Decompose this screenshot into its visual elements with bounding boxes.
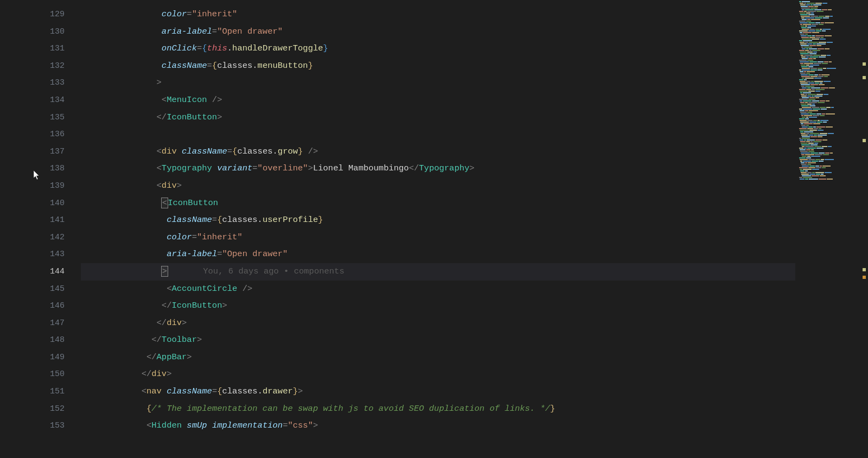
code-line[interactable]: </div> bbox=[81, 366, 795, 383]
line-number: 136 bbox=[41, 126, 71, 143]
code-line[interactable]: > You, 6 days ago • components bbox=[81, 263, 795, 281]
scroll-marker-warning bbox=[863, 276, 866, 279]
code-line[interactable]: {/* The implementation can be swap with … bbox=[81, 400, 795, 418]
code-line[interactable]: className={classes.userProfile} bbox=[81, 212, 795, 229]
code-line[interactable]: <MenuIcon /> bbox=[81, 92, 795, 109]
line-number: 129 bbox=[41, 6, 71, 23]
code-line[interactable]: </IconButton> bbox=[81, 109, 795, 126]
code-line[interactable]: > bbox=[81, 74, 795, 92]
line-number: 131 bbox=[41, 40, 71, 58]
code-editor[interactable]: 1291301311321331341351361371381391401411… bbox=[0, 0, 868, 458]
line-number: 151 bbox=[41, 383, 71, 400]
code-line[interactable]: color="inherit" bbox=[81, 229, 795, 246]
minimap[interactable] bbox=[795, 0, 860, 458]
code-line[interactable]: </div> bbox=[81, 315, 795, 332]
code-line[interactable]: <div> bbox=[81, 177, 795, 195]
line-number: 147 bbox=[41, 315, 71, 332]
scroll-marker bbox=[863, 268, 866, 271]
code-line[interactable]: className={classes.menuButton} bbox=[81, 58, 795, 75]
line-number: 137 bbox=[41, 143, 71, 161]
line-number: 145 bbox=[41, 281, 71, 298]
line-number: 149 bbox=[41, 349, 71, 366]
line-number: 141 bbox=[41, 212, 71, 229]
line-number: 138 bbox=[41, 160, 71, 177]
code-line[interactable]: </Toolbar> bbox=[81, 332, 795, 349]
code-line[interactable]: <IconButton bbox=[81, 195, 795, 212]
scroll-overview[interactable] bbox=[860, 0, 868, 458]
left-margin bbox=[0, 0, 41, 458]
line-number: 146 bbox=[41, 297, 71, 315]
line-number: 143 bbox=[41, 246, 71, 263]
code-line[interactable]: aria-label="Open drawer" bbox=[81, 246, 795, 263]
code-line[interactable]: </AppBar> bbox=[81, 349, 795, 366]
line-number: 132 bbox=[41, 58, 71, 75]
code-line[interactable]: </IconButton> bbox=[81, 297, 795, 315]
line-number: 153 bbox=[41, 417, 71, 435]
code-line[interactable]: <AccountCircle /> bbox=[81, 281, 795, 298]
scroll-marker bbox=[863, 76, 866, 79]
code-line[interactable]: <Typography variant="overline">Lionel Ma… bbox=[81, 160, 795, 177]
code-content-area[interactable]: color="inherit" aria-label="Open drawer"… bbox=[71, 0, 795, 458]
code-line[interactable]: aria-label="Open drawer" bbox=[81, 23, 795, 41]
line-number: 144 bbox=[41, 263, 71, 281]
line-number: 139 bbox=[41, 177, 71, 195]
line-number: 152 bbox=[41, 400, 71, 418]
code-line[interactable]: <div className={classes.grow} /> bbox=[81, 143, 795, 161]
code-line[interactable] bbox=[81, 126, 795, 143]
line-number: 130 bbox=[41, 23, 71, 41]
code-line[interactable]: color="inherit" bbox=[81, 6, 795, 23]
line-number: 134 bbox=[41, 92, 71, 109]
code-line[interactable]: <Hidden smUp implementation="css"> bbox=[81, 417, 795, 435]
line-number: 150 bbox=[41, 366, 71, 383]
line-number: 135 bbox=[41, 109, 71, 126]
code-line[interactable]: <nav className={classes.drawer}> bbox=[81, 383, 795, 400]
scroll-marker bbox=[863, 62, 866, 66]
line-number: 148 bbox=[41, 332, 71, 349]
line-number-gutter[interactable]: 1291301311321331341351361371381391401411… bbox=[41, 0, 71, 458]
code-line[interactable]: onClick={this.handleDrawerToggle} bbox=[81, 40, 795, 58]
line-number: 133 bbox=[41, 74, 71, 92]
line-number: 142 bbox=[41, 229, 71, 246]
line-number: 140 bbox=[41, 195, 71, 212]
scroll-marker bbox=[863, 139, 866, 142]
